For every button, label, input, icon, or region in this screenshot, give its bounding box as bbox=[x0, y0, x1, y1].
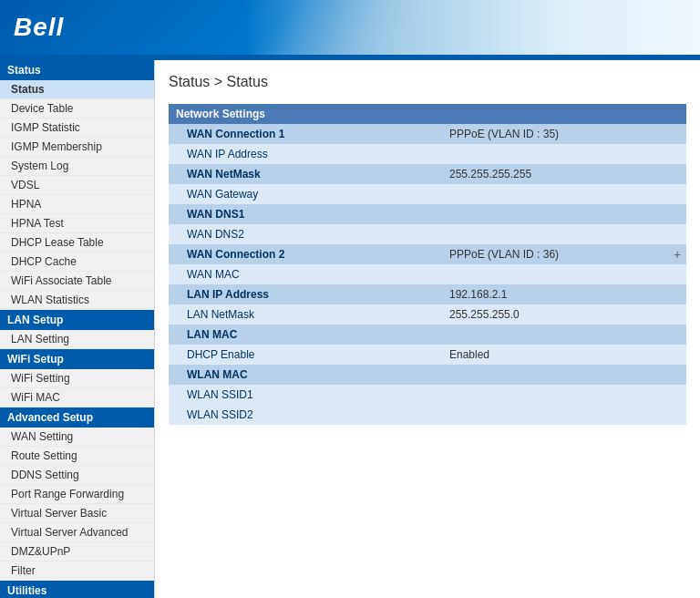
network-label-4: WAN DNS1 bbox=[169, 204, 442, 224]
network-label-7: WAN MAC bbox=[169, 264, 442, 284]
network-row-6: WAN Connection 2PPPoE (VLAN ID : 36)+ bbox=[169, 244, 686, 264]
sidebar-item-dhcp-cache[interactable]: DHCP Cache bbox=[0, 253, 154, 272]
sidebar-item-virtual-server-basic[interactable]: Virtual Server Basic bbox=[0, 504, 154, 523]
header-curve bbox=[244, 0, 700, 55]
network-value-2: 255.255.255.255 bbox=[442, 164, 686, 184]
network-row-12: WLAN MAC bbox=[169, 365, 686, 385]
page-title: Status > Status bbox=[169, 74, 686, 90]
network-row-3: WAN Gateway bbox=[169, 184, 686, 204]
network-value-9: 255.255.255.0 bbox=[442, 304, 686, 325]
sidebar-item-filter[interactable]: Filter bbox=[0, 562, 154, 581]
network-label-14: WLAN SSID2 bbox=[169, 405, 442, 425]
network-value-12 bbox=[442, 371, 686, 378]
network-row-5: WAN DNS2 bbox=[169, 224, 686, 244]
network-value-7 bbox=[442, 271, 686, 278]
sidebar-item-status[interactable]: Status bbox=[0, 80, 154, 99]
sidebar-item-lan-setting[interactable]: LAN Setting bbox=[0, 330, 154, 349]
network-row-8: LAN IP Address192.168.2.1 bbox=[169, 284, 686, 304]
network-value-8: 192.168.2.1 bbox=[442, 284, 686, 304]
sidebar-item-dmz&upnp[interactable]: DMZ&UPnP bbox=[0, 542, 154, 562]
network-row-14: WLAN SSID2 bbox=[169, 405, 686, 425]
network-label-12: WLAN MAC bbox=[169, 365, 442, 385]
network-label-13: WLAN SSID1 bbox=[169, 385, 442, 405]
sidebar-item-ddns-setting[interactable]: DDNS Setting bbox=[0, 466, 154, 485]
network-settings-header: Network Settings bbox=[169, 104, 686, 124]
network-row-11: DHCP EnableEnabled bbox=[169, 345, 686, 365]
network-row-9: LAN NetMask255.255.255.0 bbox=[169, 304, 686, 325]
sidebar-item-hpna-test[interactable]: HPNA Test bbox=[0, 214, 154, 233]
network-row-4: WAN DNS1 bbox=[169, 204, 686, 224]
sidebar-section-header: Advanced Setup bbox=[0, 407, 154, 428]
network-value-6: PPPoE (VLAN ID : 36) bbox=[442, 244, 668, 264]
main-layout: StatusStatusDevice TableIGMP StatisticIG… bbox=[0, 60, 700, 598]
header: Bell bbox=[0, 0, 700, 55]
sidebar-item-wifi-associate-table[interactable]: WiFi Associate Table bbox=[0, 272, 154, 291]
sidebar-section-header: Status bbox=[0, 60, 154, 80]
network-row-2: WAN NetMask255.255.255.255 bbox=[169, 164, 686, 184]
sidebar-item-wifi-setting[interactable]: WiFi Setting bbox=[0, 369, 154, 388]
sidebar-section-header: LAN Setup bbox=[0, 310, 154, 330]
sidebar-item-device-table[interactable]: Device Table bbox=[0, 99, 154, 119]
network-value-10 bbox=[442, 331, 686, 338]
network-settings-panel: Network Settings WAN Connection 1PPPoE (… bbox=[169, 104, 686, 425]
network-label-3: WAN Gateway bbox=[169, 184, 442, 204]
network-row-13: WLAN SSID1 bbox=[169, 385, 686, 405]
sidebar-item-dhcp-lease-table[interactable]: DHCP Lease Table bbox=[0, 233, 154, 253]
sidebar-item-igmp-statistic[interactable]: IGMP Statistic bbox=[0, 119, 154, 138]
network-value-14 bbox=[442, 411, 686, 418]
network-label-6: WAN Connection 2 bbox=[169, 244, 442, 264]
sidebar-item-port-range-forwarding[interactable]: Port Range Forwarding bbox=[0, 485, 154, 504]
network-plus-icon-6[interactable]: + bbox=[668, 247, 686, 262]
network-value-0: PPPoE (VLAN ID : 35) bbox=[442, 124, 686, 144]
network-value-1 bbox=[442, 150, 686, 158]
sidebar-item-vdsl[interactable]: VDSL bbox=[0, 176, 154, 195]
content-area: Status > Status Network Settings WAN Con… bbox=[155, 60, 700, 598]
network-row-10: LAN MAC bbox=[169, 325, 686, 345]
bell-logo: Bell bbox=[14, 13, 64, 42]
network-label-2: WAN NetMask bbox=[169, 164, 442, 184]
network-label-5: WAN DNS2 bbox=[169, 224, 442, 244]
network-row-1: WAN IP Address bbox=[169, 144, 686, 164]
content-wrapper: Status > Status Network Settings WAN Con… bbox=[169, 74, 686, 425]
sidebar-item-wifi-mac[interactable]: WiFi MAC bbox=[0, 388, 154, 407]
sidebar-section-header: Utilities bbox=[0, 581, 154, 598]
network-label-10: LAN MAC bbox=[169, 325, 442, 345]
network-rows: WAN Connection 1PPPoE (VLAN ID : 35)WAN … bbox=[169, 124, 686, 425]
network-value-4 bbox=[442, 211, 686, 218]
network-row-0: WAN Connection 1PPPoE (VLAN ID : 35) bbox=[169, 124, 686, 144]
network-label-1: WAN IP Address bbox=[169, 144, 442, 164]
network-value-3 bbox=[442, 191, 686, 198]
sidebar-item-wan-setting[interactable]: WAN Setting bbox=[0, 428, 154, 447]
network-value-11: Enabled bbox=[442, 345, 686, 365]
sidebar-item-route-setting[interactable]: Route Setting bbox=[0, 447, 154, 466]
sidebar-item-wlan-statistics[interactable]: WLAN Statistics bbox=[0, 291, 154, 310]
network-label-11: DHCP Enable bbox=[169, 345, 442, 365]
network-value-5 bbox=[442, 231, 686, 238]
network-label-8: LAN IP Address bbox=[169, 284, 442, 304]
sidebar-item-virtual-server-advanced[interactable]: Virtual Server Advanced bbox=[0, 523, 154, 542]
sidebar-section-header: WiFi Setup bbox=[0, 349, 154, 369]
network-value-13 bbox=[442, 391, 686, 398]
sidebar: StatusStatusDevice TableIGMP StatisticIG… bbox=[0, 60, 155, 598]
network-label-9: LAN NetMask bbox=[169, 304, 442, 325]
network-row-7: WAN MAC bbox=[169, 264, 686, 284]
sidebar-item-igmp-membership[interactable]: IGMP Membership bbox=[0, 138, 154, 157]
sidebar-item-hpna[interactable]: HPNA bbox=[0, 195, 154, 214]
network-label-0: WAN Connection 1 bbox=[169, 124, 442, 144]
sidebar-item-system-log[interactable]: System Log bbox=[0, 157, 154, 176]
